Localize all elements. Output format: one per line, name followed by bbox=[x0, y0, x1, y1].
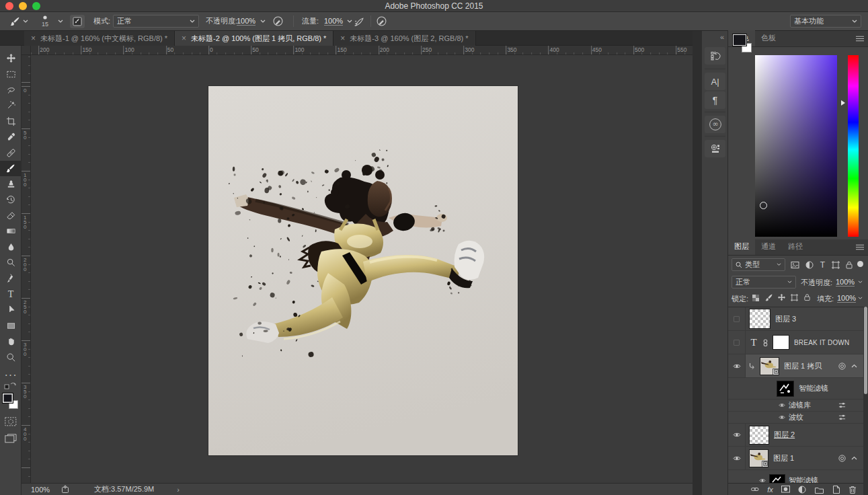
layer-row-layer3[interactable]: 图层 3 bbox=[728, 307, 863, 331]
link-layers-icon[interactable] bbox=[751, 486, 759, 493]
visibility-toggle[interactable] bbox=[728, 424, 746, 446]
opacity-value[interactable]: 100% bbox=[237, 17, 255, 26]
history-brush-tool[interactable] bbox=[0, 192, 22, 208]
character-panel-button[interactable]: A| bbox=[705, 73, 725, 90]
layer-row-layer2[interactable]: 图层 2 bbox=[728, 424, 863, 447]
tool-preset-picker[interactable] bbox=[9, 12, 28, 30]
layer-thumbnail[interactable] bbox=[749, 309, 771, 329]
move-tool[interactable] bbox=[0, 50, 22, 66]
layer-name[interactable]: 图层 1 拷贝 bbox=[784, 361, 822, 371]
layer-name[interactable]: 图层 2 bbox=[774, 430, 795, 440]
filter-smart-objects-button[interactable] bbox=[842, 258, 855, 271]
foreground-color-swatch[interactable] bbox=[2, 393, 13, 404]
dodge-tool[interactable] bbox=[0, 255, 22, 270]
ruler-origin-corner[interactable] bbox=[22, 46, 31, 55]
collapse-panels-icon[interactable]: « bbox=[720, 33, 723, 41]
layer-thumbnail[interactable] bbox=[749, 449, 768, 467]
filter-blend-options-icon[interactable] bbox=[838, 402, 846, 409]
hand-tool[interactable] bbox=[0, 334, 22, 349]
new-layer-icon[interactable] bbox=[832, 485, 840, 494]
close-tab-icon[interactable]: × bbox=[31, 35, 36, 42]
hue-slider[interactable] bbox=[848, 55, 859, 237]
filter-shape-layers-button[interactable] bbox=[829, 258, 842, 271]
zoom-tool[interactable] bbox=[0, 349, 22, 365]
filter-type-layers-button[interactable]: T bbox=[816, 258, 829, 271]
blend-mode-select[interactable]: 正常 bbox=[732, 276, 796, 289]
chevron-down-icon[interactable] bbox=[858, 280, 863, 284]
layer-thumbnail[interactable] bbox=[760, 357, 779, 375]
collapse-filters-caret[interactable] bbox=[851, 364, 857, 368]
layer-row-layer1-copy-selected[interactable]: 图层 1 拷贝 bbox=[728, 354, 863, 378]
document-size-info[interactable]: 文档:3.57M/25.9M bbox=[94, 484, 154, 494]
pen-tool[interactable] bbox=[0, 270, 22, 286]
lock-artboard-button[interactable] bbox=[791, 294, 798, 301]
document-canvas-image[interactable] bbox=[208, 86, 518, 455]
hue-slider-marker[interactable] bbox=[841, 100, 845, 106]
spot-healing-brush-tool[interactable] bbox=[0, 145, 22, 160]
chevron-down-icon[interactable] bbox=[347, 20, 352, 24]
quick-selection-tool[interactable] bbox=[0, 98, 22, 113]
smart-filter-badge-icon[interactable] bbox=[838, 363, 846, 370]
close-tab-icon[interactable]: × bbox=[340, 35, 345, 42]
scrollbar-thumb[interactable] bbox=[864, 307, 867, 394]
filter-pixel-layers-button[interactable] bbox=[789, 258, 801, 271]
layer-filter-toggle[interactable] bbox=[857, 261, 863, 267]
collapse-filters-caret[interactable] bbox=[851, 456, 857, 460]
flow-value[interactable]: 100% bbox=[324, 17, 343, 26]
visibility-toggle[interactable] bbox=[728, 354, 746, 377]
close-tab-icon[interactable]: × bbox=[182, 35, 186, 42]
lock-pixels-button[interactable] bbox=[765, 294, 773, 301]
history-panel-button[interactable] bbox=[705, 47, 725, 65]
screen-mode-button[interactable] bbox=[5, 434, 17, 443]
layer-name[interactable]: BREAK IT DOWN bbox=[794, 339, 849, 346]
eraser-tool[interactable] bbox=[0, 208, 22, 223]
foreground-color-swatch[interactable] bbox=[732, 34, 747, 46]
layer-row-text[interactable]: T BREAK IT DOWN bbox=[728, 331, 863, 354]
filter-adjustment-layers-button[interactable] bbox=[803, 258, 816, 271]
layer-thumbnail[interactable] bbox=[749, 426, 769, 445]
layer-mask-thumbnail[interactable] bbox=[773, 335, 789, 350]
new-adjustment-layer-icon[interactable] bbox=[798, 486, 806, 494]
tab-layers[interactable]: 图层 bbox=[728, 239, 755, 255]
clone-stamp-tool[interactable] bbox=[0, 176, 22, 192]
saturation-brightness-field[interactable] bbox=[755, 55, 837, 237]
filter-visibility-eye-icon[interactable] bbox=[759, 478, 766, 484]
layer-kind-filter-select[interactable]: 类型 bbox=[732, 258, 785, 271]
status-options-chevron[interactable]: › bbox=[177, 486, 180, 494]
ripple-filter-row[interactable]: 波纹 bbox=[728, 412, 863, 424]
mode-select[interactable]: 正常 bbox=[113, 15, 199, 28]
filter-name[interactable]: 滤镜库 bbox=[789, 400, 811, 410]
fill-value[interactable]: 100% bbox=[837, 294, 856, 303]
filter-blend-options-icon[interactable] bbox=[838, 414, 846, 421]
filter-visibility-eye-icon[interactable] bbox=[779, 402, 785, 408]
crop-tool[interactable] bbox=[0, 114, 22, 129]
lock-position-button[interactable] bbox=[778, 294, 785, 301]
layer-name[interactable]: 图层 1 bbox=[773, 453, 794, 463]
panel-menu-icon[interactable] bbox=[856, 36, 864, 42]
visibility-toggle[interactable] bbox=[728, 307, 746, 330]
zoom-level-field[interactable]: 100% bbox=[31, 486, 62, 494]
blur-tool[interactable] bbox=[0, 239, 22, 255]
canvas-pasteboard[interactable] bbox=[31, 55, 693, 483]
panel-menu-icon[interactable] bbox=[856, 244, 864, 250]
export-icon[interactable] bbox=[62, 485, 70, 494]
brush-preset-picker[interactable]: 15 bbox=[42, 12, 48, 30]
lock-transparency-button[interactable] bbox=[752, 295, 759, 301]
foreground-background-swatches[interactable] bbox=[2, 393, 21, 412]
new-group-icon[interactable] bbox=[815, 486, 824, 494]
add-layer-mask-icon[interactable] bbox=[781, 485, 790, 494]
smart-filters-row[interactable]: 智能滤镜 bbox=[728, 378, 863, 399]
tab-paths[interactable]: 路径 bbox=[782, 239, 809, 255]
type-tool[interactable]: T bbox=[0, 287, 22, 302]
document-tab-2-active[interactable]: × 未标题-2 @ 100% (图层 1 拷贝, RGB/8) * bbox=[175, 31, 333, 46]
airbrush-button[interactable] bbox=[354, 12, 364, 30]
filter-name[interactable]: 波纹 bbox=[789, 412, 803, 422]
toggle-brush-panel-button[interactable] bbox=[70, 15, 85, 28]
chevron-down-icon[interactable] bbox=[58, 20, 63, 24]
paragraph-panel-button[interactable]: ¶ bbox=[705, 91, 725, 109]
quick-mask-mode-button[interactable] bbox=[5, 417, 17, 426]
smart-filters-label[interactable]: 智能滤镜 bbox=[799, 383, 828, 393]
delete-layer-icon[interactable] bbox=[849, 486, 857, 494]
filter-mask-thumbnail[interactable] bbox=[769, 474, 785, 483]
filter-visibility-eye-icon[interactable] bbox=[779, 414, 785, 420]
